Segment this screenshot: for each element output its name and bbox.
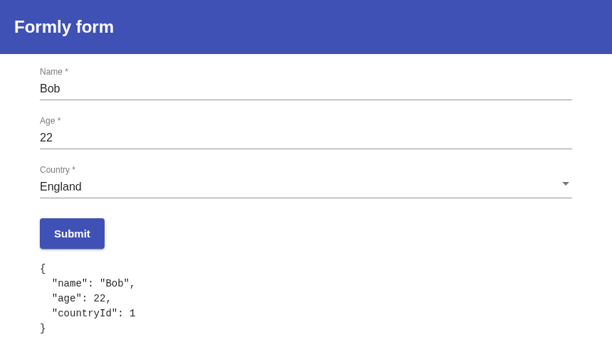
chevron-down-icon — [562, 182, 569, 186]
country-label: Country * — [40, 165, 572, 175]
country-select[interactable]: England — [40, 178, 572, 198]
app-title: Formly form — [14, 17, 114, 36]
country-selected-value: England — [40, 178, 572, 198]
app-header: Formly form — [0, 0, 612, 54]
json-output: { "name": "Bob", "age": 22, "countryId":… — [40, 262, 572, 336]
name-input[interactable] — [40, 80, 572, 100]
age-field-wrapper: Age * — [40, 116, 572, 149]
submit-button[interactable]: Submit — [40, 218, 105, 249]
form-container: Name * Age * Country * England Submit { … — [0, 54, 612, 349]
name-label: Name * — [40, 67, 572, 77]
name-field-wrapper: Name * — [40, 67, 572, 100]
country-field-wrapper: Country * England — [40, 165, 572, 198]
age-label: Age * — [40, 116, 572, 126]
age-input[interactable] — [40, 129, 572, 149]
